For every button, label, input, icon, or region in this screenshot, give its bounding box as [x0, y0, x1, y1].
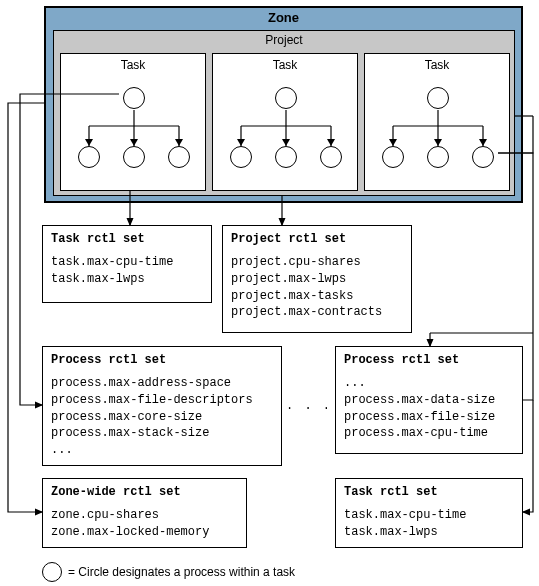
process-circle-icon [427, 87, 449, 109]
svg-marker-5 [85, 139, 93, 146]
box-line: task.max-cpu-time [344, 507, 514, 524]
svg-marker-23 [479, 139, 487, 146]
box-line: process.max-file-descriptors [51, 392, 273, 409]
box-title: Project rctl set [231, 232, 403, 246]
box-line: process.max-file-size [344, 409, 514, 426]
task-box: Task [60, 53, 206, 191]
zone-container: Zone Project Task Task [44, 6, 523, 203]
process-circle-icon [78, 146, 100, 168]
box-line: zone.max-locked-memory [51, 524, 238, 541]
process-circle-icon [472, 146, 494, 168]
box-line: ... [51, 442, 273, 459]
svg-marker-6 [130, 139, 138, 146]
box-line: ... [344, 375, 514, 392]
legend-text: = Circle designates a process within a t… [68, 565, 295, 579]
box-line: project.max-lwps [231, 271, 403, 288]
process-circle-icon [320, 146, 342, 168]
process-circle-icon [382, 146, 404, 168]
box-line: project.max-contracts [231, 304, 403, 321]
process-circle-icon [275, 87, 297, 109]
zone-wide-rctl-set-box: Zone-wide rctl set zone.cpu-shares zone.… [42, 478, 247, 548]
box-title: Process rctl set [344, 353, 514, 367]
task-rctl-set-box-left: Task rctl set task.max-cpu-time task.max… [42, 225, 212, 303]
process-rctl-set-box-left: Process rctl set process.max-address-spa… [42, 346, 282, 466]
svg-marker-13 [237, 139, 245, 146]
box-line: process.max-stack-size [51, 425, 273, 442]
process-circle-icon [230, 146, 252, 168]
box-line: project.max-tasks [231, 288, 403, 305]
task-title: Task [213, 54, 357, 76]
box-line: task.max-cpu-time [51, 254, 203, 271]
svg-marker-7 [175, 139, 183, 146]
box-line: process.max-core-size [51, 409, 273, 426]
box-line: project.cpu-shares [231, 254, 403, 271]
box-line: process.max-data-size [344, 392, 514, 409]
legend-circle-icon [42, 562, 62, 582]
box-line: task.max-lwps [344, 524, 514, 541]
task-box: Task [212, 53, 358, 191]
project-container: Project Task Task [53, 30, 515, 196]
process-rctl-set-box-right: Process rctl set ... process.max-data-si… [335, 346, 523, 454]
project-rctl-set-box: Project rctl set project.cpu-shares proj… [222, 225, 412, 333]
box-title: Task rctl set [344, 485, 514, 499]
box-title: Process rctl set [51, 353, 273, 367]
process-circle-icon [275, 146, 297, 168]
box-line: zone.cpu-shares [51, 507, 238, 524]
process-circle-icon [123, 146, 145, 168]
process-circle-icon [427, 146, 449, 168]
svg-marker-14 [282, 139, 290, 146]
task-title: Task [61, 54, 205, 76]
svg-marker-22 [434, 139, 442, 146]
zone-title: Zone [46, 8, 521, 27]
box-line: process.max-cpu-time [344, 425, 514, 442]
svg-marker-21 [389, 139, 397, 146]
task-rctl-set-box-right: Task rctl set task.max-cpu-time task.max… [335, 478, 523, 548]
process-circle-icon [123, 87, 145, 109]
process-circle-icon [168, 146, 190, 168]
task-title: Task [365, 54, 509, 76]
box-title: Zone-wide rctl set [51, 485, 238, 499]
box-title: Task rctl set [51, 232, 203, 246]
project-title: Project [54, 31, 514, 49]
box-line: task.max-lwps [51, 271, 203, 288]
task-box: Task [364, 53, 510, 191]
svg-marker-15 [327, 139, 335, 146]
legend: = Circle designates a process within a t… [42, 562, 295, 582]
box-line: process.max-address-space [51, 375, 273, 392]
